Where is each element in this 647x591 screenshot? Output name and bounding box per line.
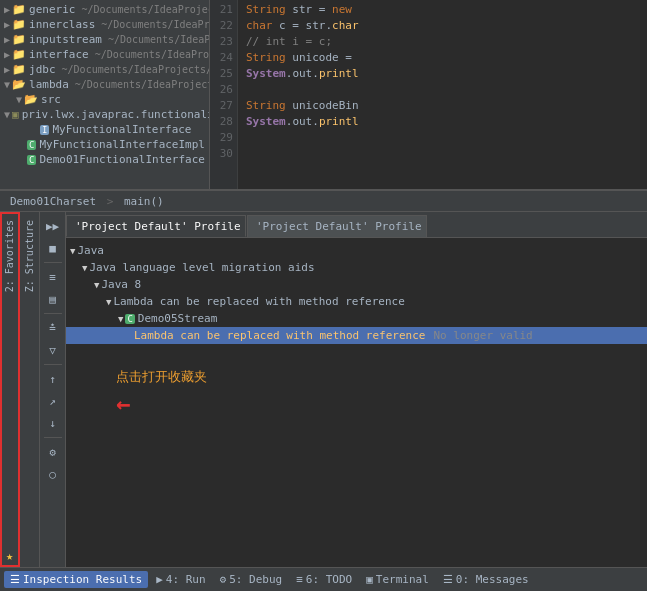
- status-debug[interactable]: ⚙ 5: Debug: [214, 571, 289, 588]
- terminal-icon: ▣: [366, 573, 373, 586]
- folder-icon: 📁: [12, 48, 26, 61]
- triangle-icon: ▼: [70, 246, 75, 256]
- up-button[interactable]: ↑: [43, 369, 63, 389]
- inspection-icon: ☰: [10, 573, 20, 586]
- messages-icon: ☰: [443, 573, 453, 586]
- triangle-icon: ▼: [118, 314, 123, 324]
- annotation-overlay: 点击打开收藏夹 ←: [116, 368, 207, 418]
- app-container: ▶ 📁 generic ~/Documents/IdeaProjects/jav…: [0, 0, 647, 591]
- insp-node-jll[interactable]: ▼ Java language level migration aids: [66, 259, 647, 276]
- class-icon: C: [27, 155, 36, 165]
- package-icon: ▣: [12, 108, 19, 121]
- insp-node-demo05[interactable]: ▼ C Demo05Stream: [66, 310, 647, 327]
- folder-icon: 📁: [12, 63, 26, 76]
- toolbar-separator4: [44, 437, 62, 438]
- tree-arrow: ▼: [4, 109, 10, 120]
- breadcrumb-bar: Demo01Charset > main(): [0, 190, 647, 212]
- folder-icon: 📂: [24, 93, 38, 106]
- line-numbers: 21222324 25262728 2930: [210, 0, 238, 189]
- stop-button[interactable]: ■: [43, 238, 63, 258]
- tree-item-path: ~/Documents/IdeaProjects/java-practise/j…: [56, 64, 210, 75]
- node-label: Java language level migration aids: [89, 261, 314, 274]
- status-label: Inspection Results: [23, 573, 142, 586]
- status-todo[interactable]: ≡ 6: TODO: [290, 571, 358, 588]
- tree-item-src[interactable]: ▼ 📂 src: [0, 92, 209, 107]
- tree-item-name: src: [41, 93, 61, 106]
- tree-item-path: ~/Documents/IdeaProjects/java-practise..…: [89, 49, 210, 60]
- favorites-label[interactable]: 2: Favorites: [4, 220, 15, 292]
- folder-icon: 📁: [12, 3, 26, 16]
- tree-item-Demo01[interactable]: C Demo01FunctionalInterface: [0, 152, 209, 167]
- tree-item-path: ~/Documents/IdeaProjects/java-practis...: [95, 19, 210, 30]
- tree-item-interface[interactable]: ▶ 📁 interface ~/Documents/IdeaProjects/j…: [0, 47, 209, 62]
- insp-node-warning[interactable]: Lambda can be replaced with method refer…: [66, 327, 647, 344]
- tab-label: 'Project Default' Profile on File '...: [256, 220, 427, 233]
- group-button[interactable]: ≡: [43, 267, 63, 287]
- status-label: 6: TODO: [306, 573, 352, 586]
- tree-item-path: ~/Documents/IdeaProjects/java-practise/.…: [75, 4, 210, 15]
- status-bar: ☰ Inspection Results ▶ 4: Run ⚙ 5: Debug…: [0, 567, 647, 591]
- insp-node-java8[interactable]: ▼ Java 8: [66, 276, 647, 293]
- run-icon: ▶: [156, 573, 163, 586]
- tree-item-name: Demo01FunctionalInterface: [39, 153, 205, 166]
- tree-item-name: interface: [29, 48, 89, 61]
- tree-item-name: MyFunctionalInterface: [52, 123, 191, 136]
- settings-button[interactable]: ⚙: [43, 442, 63, 462]
- status-label: 5: Debug: [229, 573, 282, 586]
- insp-node-java[interactable]: ▼ Java: [66, 242, 647, 259]
- tab-bar: 'Project Default' Profile on File '.../s…: [66, 212, 647, 238]
- down-button[interactable]: ↓: [43, 413, 63, 433]
- tree-item-MyFunctionalInterfaceImpl[interactable]: C MyFunctionalInterfaceImpl: [0, 137, 209, 152]
- tree-item-inputstream[interactable]: ▶ 📁 inputstream ~/Documents/IdeaProjects…: [0, 32, 209, 47]
- tree-item-innerclass[interactable]: ▶ 📁 innerclass ~/Documents/IdeaProjects/…: [0, 17, 209, 32]
- triangle-icon: ▼: [94, 280, 99, 290]
- breadcrumb-part1[interactable]: Demo01Charset: [10, 195, 96, 208]
- tree-item-lambda[interactable]: ▼ 📂 lambda ~/Documents/IdeaProjects/java…: [0, 77, 209, 92]
- node-label: Java 8: [101, 278, 141, 291]
- left-toolbar: ▶▶ ■ ≡ ▤ ≛ ▽ ↑ ↗ ↓ ⚙ ○: [40, 212, 66, 567]
- inspection-area: 2: Favorites ★ Z: Structure ▶▶ ■ ≡ ▤ ≛ ▽…: [0, 212, 647, 567]
- tree-item-path: ~/Documents/IdeaProjects/java-practise/l…: [69, 79, 210, 90]
- breadcrumb-part2[interactable]: main(): [124, 195, 164, 208]
- status-label: 4: Run: [166, 573, 206, 586]
- filter-button[interactable]: ▽: [43, 340, 63, 360]
- status-label: 0: Messages: [456, 573, 529, 586]
- tree-item-name: innerclass: [29, 18, 95, 31]
- tab-0[interactable]: 'Project Default' Profile on File '.../s…: [66, 215, 246, 237]
- tree-arrow: ▼: [4, 79, 10, 90]
- status-run[interactable]: ▶ 4: Run: [150, 571, 211, 588]
- expand-button[interactable]: ↗: [43, 391, 63, 411]
- tree-item-package[interactable]: ▼ ▣ priv.lwx.javaprac.functionalinterfac…: [0, 107, 209, 122]
- tree-item-MyFunctionalInterface[interactable]: I MyFunctionalInterface: [0, 122, 209, 137]
- class-icon: C: [27, 140, 36, 150]
- tree-arrow: ▶: [4, 64, 10, 75]
- tree-arrow: ▼: [16, 94, 22, 105]
- toolbar-separator2: [44, 313, 62, 314]
- node-label: Lambda can be replaced with method refer…: [113, 295, 404, 308]
- inspection-panel-wrap: 'Project Default' Profile on File '.../s…: [66, 212, 647, 567]
- toolbar-separator: [44, 262, 62, 263]
- status-messages[interactable]: ☰ 0: Messages: [437, 571, 535, 588]
- class-icon: C: [125, 314, 134, 324]
- export-button[interactable]: ▤: [43, 289, 63, 309]
- file-tree: ▶ 📁 generic ~/Documents/IdeaProjects/jav…: [0, 0, 210, 189]
- favorites-panel: 2: Favorites ★: [0, 212, 20, 567]
- tab-1[interactable]: 'Project Default' Profile on File '...: [247, 215, 427, 237]
- insp-node-lambda-category[interactable]: ▼ Lambda can be replaced with method ref…: [66, 293, 647, 310]
- status-inspection-results[interactable]: ☰ Inspection Results: [4, 571, 148, 588]
- tree-item-generic[interactable]: ▶ 📁 generic ~/Documents/IdeaProjects/jav…: [0, 2, 209, 17]
- status-terminal[interactable]: ▣ Terminal: [360, 571, 435, 588]
- tree-item-name: inputstream: [29, 33, 102, 46]
- tab-label: 'Project Default' Profile on File '.../s…: [75, 220, 246, 233]
- circle-button[interactable]: ○: [43, 464, 63, 484]
- tree-item-path: ~/Documents/IdeaProjects/java-practise..…: [102, 34, 210, 45]
- structure-label-panel: Z: Structure: [20, 212, 40, 567]
- todo-icon: ≡: [296, 573, 303, 586]
- tree-item-jdbc[interactable]: ▶ 📁 jdbc ~/Documents/IdeaProjects/java-p…: [0, 62, 209, 77]
- structure-label[interactable]: Z: Structure: [24, 220, 35, 292]
- node-label: Demo05Stream: [138, 312, 217, 325]
- sort-button[interactable]: ≛: [43, 318, 63, 338]
- run-all-button[interactable]: ▶▶: [43, 216, 63, 236]
- debug-icon: ⚙: [220, 573, 227, 586]
- warning-label: Lambda can be replaced with method refer…: [134, 329, 425, 342]
